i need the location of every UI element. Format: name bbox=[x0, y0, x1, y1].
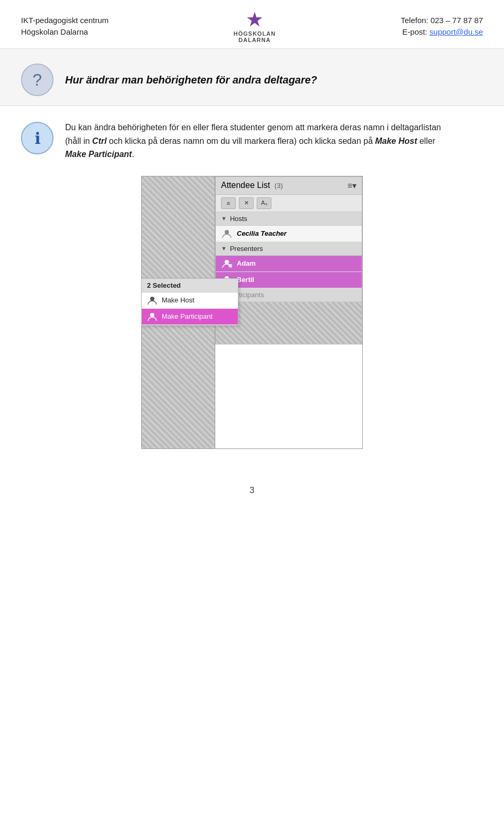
make-host-icon bbox=[147, 296, 158, 305]
toolbar-list-btn[interactable]: ≡ bbox=[221, 197, 236, 209]
org-info: IKT-pedagogiskt centrum Högskolan Dalarn… bbox=[21, 15, 109, 38]
attendee-menu-button[interactable]: ≡▾ bbox=[348, 181, 356, 191]
user-icon bbox=[221, 228, 233, 239]
presenter-adam-item[interactable]: Adam bbox=[216, 256, 362, 272]
cecilia-name: Cecilia Teacher bbox=[237, 229, 287, 237]
make-participant-icon bbox=[147, 312, 158, 321]
page-number: 3 bbox=[0, 470, 504, 506]
logo-star-icon: ★ bbox=[246, 9, 264, 29]
hosts-label: Hosts bbox=[230, 215, 247, 223]
info-section: ℹ Du kan ändra behörigheten för en eller… bbox=[0, 106, 504, 171]
svg-point-0 bbox=[225, 230, 229, 234]
adam-name: Adam bbox=[237, 259, 256, 267]
email-info: E-post: support@du.se bbox=[401, 26, 483, 38]
presenters-section-header: ▼ Presenters bbox=[216, 242, 362, 256]
attendee-title: Attendee List (3) bbox=[221, 181, 283, 190]
screenshot-container: Attendee List (3) ≡▾ ≡ ✕ Aₐ ▼ Hosts bbox=[0, 171, 504, 470]
page-header: IKT-pedagogiskt centrum Högskolan Dalarn… bbox=[0, 0, 504, 49]
make-participant-button[interactable]: Make Participant bbox=[142, 309, 238, 325]
context-menu-header: 2 Selected bbox=[142, 279, 238, 292]
question-text: Hur ändrar man behörigheten för andra de… bbox=[65, 74, 317, 86]
svg-point-6 bbox=[150, 313, 154, 317]
toolbar-name-btn[interactable]: Aₐ bbox=[257, 197, 271, 209]
contact-info: Telefon: 023 – 77 87 87 E-post: support@… bbox=[401, 15, 483, 38]
info-icon: ℹ bbox=[21, 122, 54, 154]
toolbar-grid-btn[interactable]: ✕ bbox=[239, 197, 254, 209]
svg-rect-2 bbox=[228, 264, 232, 267]
bertil-name: Bertil bbox=[237, 276, 254, 284]
presenters-arrow: ▼ bbox=[221, 245, 227, 252]
svg-point-1 bbox=[225, 260, 229, 264]
context-menu: 2 Selected Make Host Make Parti bbox=[141, 278, 238, 326]
make-host-label: Make Host bbox=[162, 296, 194, 304]
make-participant-label: Make Participant bbox=[162, 312, 213, 320]
user-icon-adam bbox=[221, 258, 233, 269]
hosts-section-header: ▼ Hosts bbox=[216, 212, 362, 226]
logo-area: ★ HÖGSKOLAN DALARNA bbox=[234, 9, 276, 43]
logo-text: HÖGSKOLAN DALARNA bbox=[234, 30, 276, 43]
host-cecilia-item[interactable]: Cecilia Teacher bbox=[216, 226, 362, 242]
question-section: ? Hur ändrar man behörigheten för andra … bbox=[0, 49, 504, 106]
phone-info: Telefon: 023 – 77 87 87 bbox=[401, 15, 483, 27]
attendee-header: Attendee List (3) ≡▾ bbox=[216, 177, 362, 195]
hosts-arrow: ▼ bbox=[221, 215, 227, 222]
attendee-count: (3) bbox=[275, 182, 283, 190]
school-name: Högskolan Dalarna bbox=[21, 26, 109, 38]
make-host-button[interactable]: Make Host bbox=[142, 292, 238, 309]
org-name: IKT-pedagogiskt centrum bbox=[21, 15, 109, 27]
attendee-toolbar: ≡ ✕ Aₐ bbox=[216, 195, 362, 212]
presenters-label: Presenters bbox=[230, 245, 263, 253]
screenshot-wrapper: Attendee List (3) ≡▾ ≡ ✕ Aₐ ▼ Hosts bbox=[141, 176, 363, 449]
email-link[interactable]: support@du.se bbox=[429, 27, 483, 36]
svg-point-5 bbox=[150, 297, 154, 301]
question-icon: ? bbox=[21, 64, 54, 96]
info-paragraph: Du kan ändra behörigheten för en eller f… bbox=[65, 121, 443, 161]
